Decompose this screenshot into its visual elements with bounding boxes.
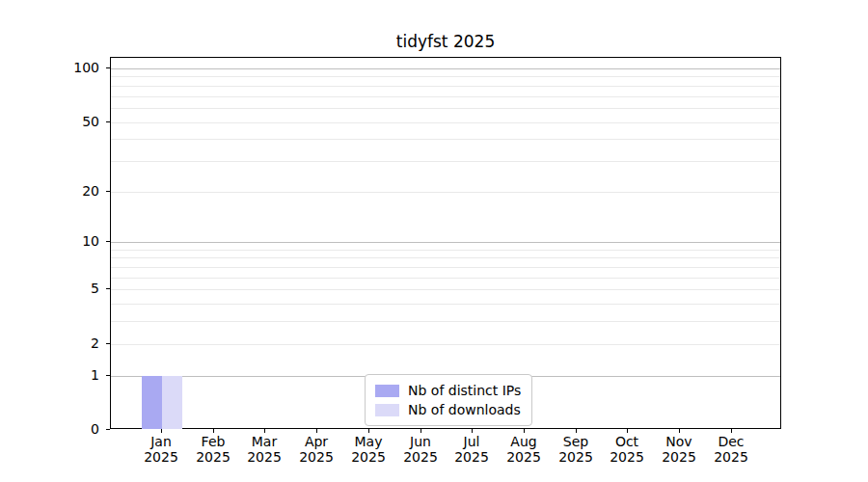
y-axis-tick-label: 1: [30, 367, 99, 383]
y-axis-tick-mark: [106, 121, 110, 122]
chart-title: tidyfst 2025: [110, 32, 781, 51]
x-axis-tick-mark: [576, 429, 577, 433]
x-axis-tick-mark: [627, 429, 628, 433]
x-axis-tick-mark: [731, 429, 732, 433]
x-tick-month: Dec: [691, 435, 772, 450]
legend-label: Nb of downloads: [408, 402, 521, 417]
bars-layer: [111, 58, 780, 428]
y-axis-tick-mark: [106, 288, 110, 289]
y-axis-tick-mark: [106, 429, 110, 430]
x-axis-tick-mark: [213, 429, 214, 433]
legend-label: Nb of distinct IPs: [408, 383, 521, 398]
y-axis-tick-label: 5: [30, 281, 99, 296]
legend-item: Nb of distinct IPs: [375, 383, 521, 398]
legend-swatch-distinct-ips: [375, 385, 399, 397]
y-axis-tick-mark: [106, 191, 110, 192]
x-axis-tick-mark: [472, 429, 473, 433]
x-axis-tick-mark: [161, 429, 162, 433]
x-axis-tick-mark: [368, 429, 369, 433]
legend: Nb of distinct IPsNb of downloads: [365, 374, 532, 426]
y-axis-tick-mark: [106, 67, 110, 68]
legend-item: Nb of downloads: [375, 402, 521, 417]
x-axis-tick-mark: [264, 429, 265, 433]
y-axis-tick-label: 0: [30, 421, 99, 437]
x-axis-tick-mark: [679, 429, 680, 433]
y-axis-tick-label: 20: [30, 183, 99, 199]
legend-swatch-downloads: [375, 404, 399, 416]
bar-downloads: [162, 376, 182, 429]
y-axis-tick-label: 50: [30, 114, 99, 129]
x-tick-year: 2025: [691, 450, 772, 466]
x-axis-tick-mark: [524, 429, 525, 433]
y-axis-tick-label: 100: [30, 60, 99, 75]
y-axis-tick-mark: [106, 241, 110, 242]
y-axis-tick-label: 10: [30, 233, 99, 249]
bar-distinct-ips: [142, 376, 162, 429]
x-axis-tick-label: Dec2025: [691, 435, 772, 465]
y-axis-tick-label: 2: [30, 335, 99, 351]
y-axis-tick-mark: [106, 343, 110, 344]
x-axis-tick-mark: [420, 429, 421, 433]
y-axis-tick-mark: [106, 375, 110, 376]
chart-figure: tidyfst 2025 0125102050100 Jan2025Feb202…: [0, 0, 868, 482]
x-axis-tick-mark: [316, 429, 317, 433]
